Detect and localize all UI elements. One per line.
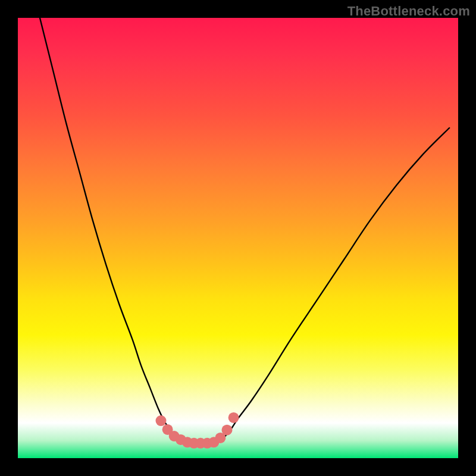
plot-area: [18, 18, 458, 458]
bottleneck-curve: [40, 18, 449, 443]
watermark-text: TheBottleneck.com: [347, 4, 470, 19]
curve-group: [40, 18, 449, 443]
marker-group: [156, 412, 239, 449]
chart-svg: [18, 18, 458, 458]
data-marker: [156, 415, 167, 426]
data-marker: [228, 412, 239, 423]
chart-frame: TheBottleneck.com: [0, 0, 476, 476]
data-marker: [222, 425, 233, 436]
